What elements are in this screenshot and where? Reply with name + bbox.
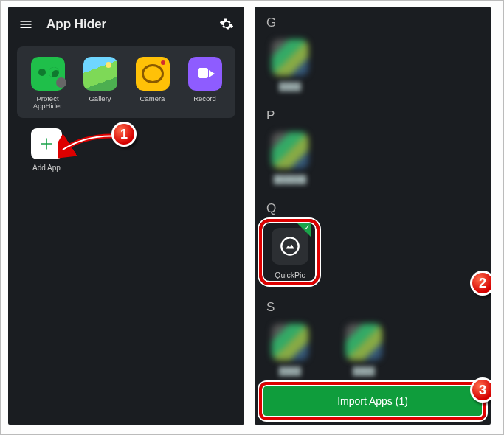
- record-label: Record: [180, 95, 230, 102]
- section-g: G ████: [255, 7, 491, 100]
- gallery-item[interactable]: Gallery: [75, 57, 125, 111]
- protect-apphider-icon: [31, 57, 65, 91]
- camera-item[interactable]: Camera: [128, 57, 178, 111]
- app-icon-blurred: [272, 132, 308, 169]
- app-picker-screen: G ████ P ██████ Q: [255, 7, 491, 425]
- quickpic-label: QuickPic: [265, 271, 315, 279]
- plus-icon: [31, 128, 62, 159]
- list-item[interactable]: ████: [337, 324, 390, 375]
- callout-3: 3: [470, 377, 491, 403]
- app-icon-blurred: [272, 324, 308, 361]
- gallery-label: Gallery: [75, 95, 125, 102]
- menu-icon[interactable]: [18, 17, 33, 32]
- quickpic-item[interactable]: QuickPic: [263, 225, 317, 282]
- section-s: S ████ ████: [255, 291, 491, 384]
- topbar: App Hider: [8, 7, 244, 42]
- app-name-blurred: ████: [263, 82, 317, 91]
- protect-apphider-label: Protect AppHider: [23, 95, 73, 111]
- section-p: P ██████: [255, 100, 491, 192]
- app-icon-blurred: [272, 39, 308, 76]
- section-header-g: G: [255, 10, 491, 33]
- builtin-apps-card: Protect AppHider Gallery Camera Record: [17, 46, 235, 118]
- protect-apphider-item[interactable]: Protect AppHider: [23, 57, 73, 111]
- svg-point-0: [281, 237, 298, 254]
- apphider-home-screen: App Hider Protect AppHider Gallery Camer…: [8, 7, 244, 425]
- app-name-blurred: ██████: [263, 175, 317, 184]
- section-header-p: P: [255, 102, 491, 126]
- selected-check-icon: [297, 223, 311, 237]
- app-name-blurred: ████: [263, 366, 317, 375]
- app-icon-blurred: [345, 324, 382, 361]
- list-item[interactable]: ████: [263, 39, 317, 91]
- import-apps-button[interactable]: Import Apps (1): [262, 385, 483, 417]
- section-header-s: S: [255, 294, 491, 318]
- add-app-item[interactable]: Add App: [21, 128, 72, 172]
- gallery-icon: [83, 57, 117, 91]
- list-item[interactable]: ██████: [263, 132, 317, 184]
- section-header-q: Q: [255, 195, 491, 219]
- callout-1: 1: [111, 122, 137, 147]
- camera-icon: [136, 57, 170, 91]
- record-icon: [188, 57, 222, 91]
- camera-label: Camera: [128, 95, 178, 102]
- section-q: Q QuickPic: [255, 192, 491, 291]
- add-app-label: Add App: [21, 164, 72, 172]
- app-title: App Hider: [46, 17, 219, 32]
- gear-icon[interactable]: [219, 17, 234, 32]
- callout-2: 2: [470, 271, 491, 296]
- app-name-blurred: ████: [337, 366, 390, 375]
- list-item[interactable]: ████: [263, 324, 317, 375]
- record-item[interactable]: Record: [180, 57, 230, 111]
- import-apps-label: Import Apps (1): [337, 395, 408, 407]
